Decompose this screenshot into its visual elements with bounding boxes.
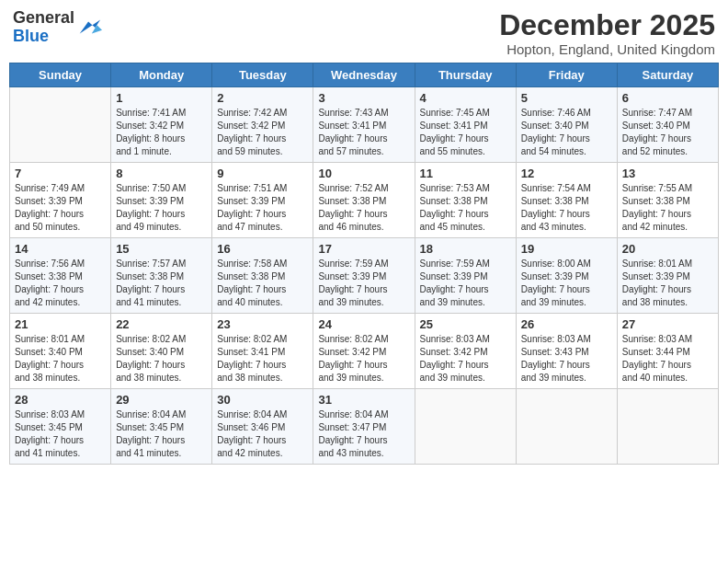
day-header-friday: Friday: [516, 63, 617, 87]
calendar-cell: 23Sunrise: 8:02 AMSunset: 3:41 PMDayligh…: [212, 314, 313, 389]
calendar-cell: 9Sunrise: 7:51 AMSunset: 3:39 PMDaylight…: [212, 163, 313, 238]
calendar-cell: 13Sunrise: 7:55 AMSunset: 3:38 PMDayligh…: [617, 163, 718, 238]
calendar-cell: 3Sunrise: 7:43 AMSunset: 3:41 PMDaylight…: [313, 87, 415, 163]
location-subtitle: Hopton, England, United Kingdom: [499, 41, 715, 57]
day-number: 18: [420, 242, 511, 256]
day-number: 20: [622, 242, 713, 256]
calendar-cell: 16Sunrise: 7:58 AMSunset: 3:38 PMDayligh…: [212, 238, 313, 314]
cell-info: Sunrise: 7:51 AMSunset: 3:39 PMDaylight:…: [217, 182, 308, 234]
day-number: 6: [622, 91, 713, 105]
day-number: 16: [217, 242, 308, 256]
day-header-saturday: Saturday: [617, 63, 718, 87]
calendar-table: SundayMondayTuesdayWednesdayThursdayFrid…: [9, 63, 719, 465]
calendar-cell: 18Sunrise: 7:59 AMSunset: 3:39 PMDayligh…: [415, 238, 516, 314]
calendar-week-row: 28Sunrise: 8:03 AMSunset: 3:45 PMDayligh…: [10, 389, 719, 465]
day-number: 31: [318, 393, 409, 407]
day-number: 29: [116, 393, 207, 407]
day-number: 12: [521, 167, 612, 180]
day-number: 3: [318, 91, 409, 105]
calendar-cell: [415, 389, 516, 465]
calendar-cell: 10Sunrise: 7:52 AMSunset: 3:38 PMDayligh…: [313, 163, 415, 238]
day-number: 11: [420, 167, 511, 180]
cell-info: Sunrise: 7:49 AMSunset: 3:39 PMDaylight:…: [15, 182, 106, 234]
day-number: 22: [116, 317, 207, 331]
day-number: 21: [15, 317, 106, 331]
day-number: 26: [521, 317, 612, 331]
cell-info: Sunrise: 8:03 AMSunset: 3:44 PMDaylight:…: [622, 333, 713, 385]
calendar-cell: 4Sunrise: 7:45 AMSunset: 3:41 PMDaylight…: [415, 87, 516, 163]
day-number: 10: [318, 167, 409, 180]
calendar-cell: [516, 389, 617, 465]
title-block: December 2025 Hopton, England, United Ki…: [499, 9, 715, 57]
calendar-cell: 8Sunrise: 7:50 AMSunset: 3:39 PMDaylight…: [111, 163, 212, 238]
cell-info: Sunrise: 7:50 AMSunset: 3:39 PMDaylight:…: [116, 182, 207, 234]
cell-info: Sunrise: 7:56 AMSunset: 3:38 PMDaylight:…: [15, 258, 106, 309]
calendar-cell: [617, 389, 718, 465]
logo-blue-text: Blue: [13, 27, 49, 45]
day-header-tuesday: Tuesday: [212, 63, 313, 87]
calendar-cell: 27Sunrise: 8:03 AMSunset: 3:44 PMDayligh…: [617, 314, 718, 389]
day-header-wednesday: Wednesday: [313, 63, 415, 87]
day-number: 25: [420, 317, 511, 331]
day-number: 19: [521, 242, 612, 256]
cell-info: Sunrise: 7:54 AMSunset: 3:38 PMDaylight:…: [521, 182, 612, 234]
cell-info: Sunrise: 7:41 AMSunset: 3:42 PMDaylight:…: [116, 107, 207, 158]
day-number: 5: [521, 91, 612, 105]
calendar-cell: 1Sunrise: 7:41 AMSunset: 3:42 PMDaylight…: [111, 87, 212, 163]
calendar-cell: 29Sunrise: 8:04 AMSunset: 3:45 PMDayligh…: [111, 389, 212, 465]
day-number: 4: [420, 91, 511, 105]
calendar-cell: 28Sunrise: 8:03 AMSunset: 3:45 PMDayligh…: [10, 389, 111, 465]
month-title: December 2025: [499, 9, 715, 41]
calendar-cell: [10, 87, 111, 163]
day-number: 14: [15, 242, 106, 256]
calendar-cell: 30Sunrise: 8:04 AMSunset: 3:46 PMDayligh…: [212, 389, 313, 465]
day-number: 7: [15, 167, 106, 180]
day-number: 27: [622, 317, 713, 331]
calendar-cell: 17Sunrise: 7:59 AMSunset: 3:39 PMDayligh…: [313, 238, 415, 314]
calendar-week-row: 21Sunrise: 8:01 AMSunset: 3:40 PMDayligh…: [10, 314, 719, 389]
cell-info: Sunrise: 8:03 AMSunset: 3:42 PMDaylight:…: [420, 333, 511, 385]
cell-info: Sunrise: 8:01 AMSunset: 3:39 PMDaylight:…: [622, 258, 713, 309]
cell-info: Sunrise: 7:59 AMSunset: 3:39 PMDaylight:…: [420, 258, 511, 309]
day-number: 17: [318, 242, 409, 256]
calendar-cell: 22Sunrise: 8:02 AMSunset: 3:40 PMDayligh…: [111, 314, 212, 389]
day-number: 2: [217, 91, 308, 105]
svg-marker-1: [92, 25, 102, 33]
day-number: 23: [217, 317, 308, 331]
day-number: 15: [116, 242, 207, 256]
cell-info: Sunrise: 8:04 AMSunset: 3:47 PMDaylight:…: [318, 408, 409, 460]
cell-info: Sunrise: 7:45 AMSunset: 3:41 PMDaylight:…: [420, 107, 511, 158]
cell-info: Sunrise: 8:03 AMSunset: 3:45 PMDaylight:…: [15, 408, 106, 460]
day-header-monday: Monday: [111, 63, 212, 87]
calendar-cell: 24Sunrise: 8:02 AMSunset: 3:42 PMDayligh…: [313, 314, 415, 389]
cell-info: Sunrise: 8:02 AMSunset: 3:42 PMDaylight:…: [318, 333, 409, 385]
cell-info: Sunrise: 7:57 AMSunset: 3:38 PMDaylight:…: [116, 258, 207, 309]
day-number: 9: [217, 167, 308, 180]
calendar-header-row: SundayMondayTuesdayWednesdayThursdayFrid…: [10, 63, 719, 87]
cell-info: Sunrise: 7:46 AMSunset: 3:40 PMDaylight:…: [521, 107, 612, 158]
day-number: 24: [318, 317, 409, 331]
calendar-cell: 11Sunrise: 7:53 AMSunset: 3:38 PMDayligh…: [415, 163, 516, 238]
cell-info: Sunrise: 7:59 AMSunset: 3:39 PMDaylight:…: [318, 258, 409, 309]
logo-icon: [76, 15, 102, 40]
logo-general-text: General: [13, 8, 74, 27]
cell-info: Sunrise: 7:55 AMSunset: 3:38 PMDaylight:…: [622, 182, 713, 234]
day-header-sunday: Sunday: [10, 63, 111, 87]
calendar-cell: 25Sunrise: 8:03 AMSunset: 3:42 PMDayligh…: [415, 314, 516, 389]
cell-info: Sunrise: 7:58 AMSunset: 3:38 PMDaylight:…: [217, 258, 308, 309]
calendar-cell: 12Sunrise: 7:54 AMSunset: 3:38 PMDayligh…: [516, 163, 617, 238]
page-header: General Blue December 2025 Hopton, Engla…: [9, 9, 719, 57]
cell-info: Sunrise: 8:02 AMSunset: 3:41 PMDaylight:…: [217, 333, 308, 385]
cell-info: Sunrise: 8:00 AMSunset: 3:39 PMDaylight:…: [521, 258, 612, 309]
cell-info: Sunrise: 8:04 AMSunset: 3:46 PMDaylight:…: [217, 408, 308, 460]
calendar-cell: 21Sunrise: 8:01 AMSunset: 3:40 PMDayligh…: [10, 314, 111, 389]
cell-info: Sunrise: 7:43 AMSunset: 3:41 PMDaylight:…: [318, 107, 409, 158]
calendar-cell: 20Sunrise: 8:01 AMSunset: 3:39 PMDayligh…: [617, 238, 718, 314]
calendar-cell: 5Sunrise: 7:46 AMSunset: 3:40 PMDaylight…: [516, 87, 617, 163]
day-number: 13: [622, 167, 713, 180]
cell-info: Sunrise: 7:52 AMSunset: 3:38 PMDaylight:…: [318, 182, 409, 234]
day-number: 30: [217, 393, 308, 407]
calendar-cell: 6Sunrise: 7:47 AMSunset: 3:40 PMDaylight…: [617, 87, 718, 163]
calendar-cell: 15Sunrise: 7:57 AMSunset: 3:38 PMDayligh…: [111, 238, 212, 314]
calendar-cell: 7Sunrise: 7:49 AMSunset: 3:39 PMDaylight…: [10, 163, 111, 238]
